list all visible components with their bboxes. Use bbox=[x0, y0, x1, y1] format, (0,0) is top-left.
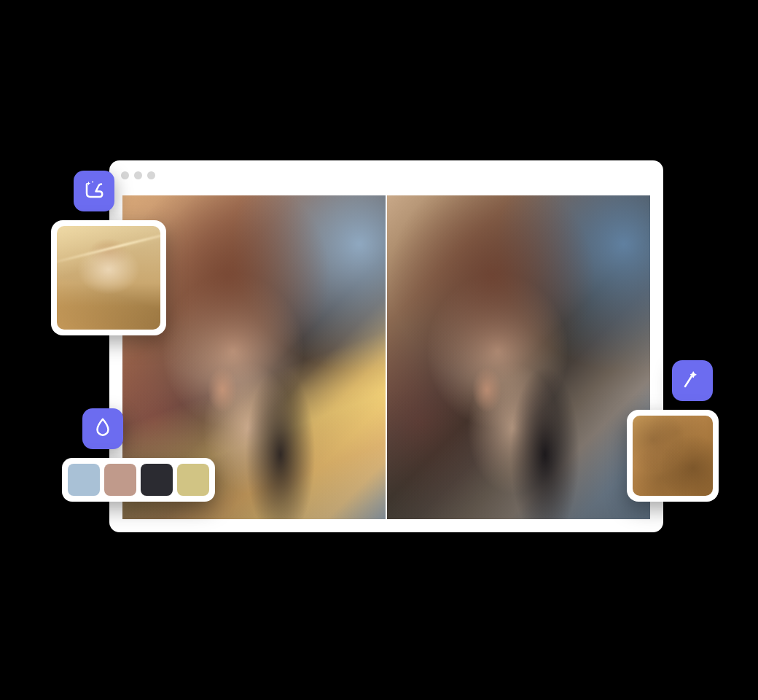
preset-thumbnail-image bbox=[57, 226, 160, 330]
svg-point-0 bbox=[92, 181, 93, 182]
palette-swatch-1[interactable] bbox=[68, 464, 100, 496]
image-filter-button[interactable] bbox=[74, 171, 114, 211]
texture-thumbnail[interactable] bbox=[627, 410, 719, 502]
palette-swatch-4[interactable] bbox=[177, 464, 209, 496]
window-zoom-dot[interactable] bbox=[147, 171, 155, 179]
palette-swatch-3[interactable] bbox=[141, 464, 173, 496]
window-titlebar bbox=[109, 160, 663, 190]
texture-thumbnail-image bbox=[633, 416, 713, 496]
color-palette bbox=[62, 458, 215, 502]
window-minimize-dot[interactable] bbox=[134, 171, 142, 179]
drop-icon bbox=[92, 416, 114, 441]
magic-wand-button[interactable] bbox=[672, 360, 713, 401]
preset-thumbnail[interactable] bbox=[51, 220, 166, 335]
magic-wand-icon bbox=[681, 368, 703, 393]
image-filter-icon bbox=[83, 179, 105, 203]
svg-line-1 bbox=[685, 376, 692, 386]
after-image[interactable] bbox=[387, 195, 650, 519]
palette-swatch-2[interactable] bbox=[104, 464, 136, 496]
color-drop-button[interactable] bbox=[82, 408, 123, 449]
window-close-dot[interactable] bbox=[121, 171, 129, 179]
